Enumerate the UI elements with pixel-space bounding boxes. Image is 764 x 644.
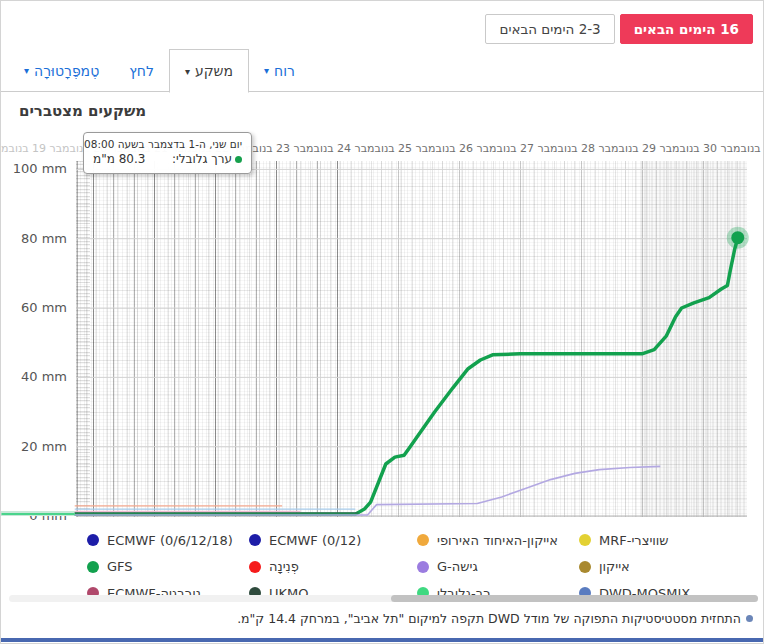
tooltip-value: 80.3 מ"מ <box>93 152 145 166</box>
legend-color-dot-icon <box>249 534 261 546</box>
x-axis-tick-label: 19 בנובמבר <box>32 142 90 155</box>
tab-label: רוח <box>274 63 295 79</box>
tab-temperature[interactable]: ▾טֶמפֶּרָטוּרָה <box>9 49 114 92</box>
x-axis-tick-label: 24 בנובמבר <box>337 142 395 155</box>
x-axis-tick-label: 29 בנובמבר <box>642 142 700 155</box>
legend-label: ECMWF (0/6/12/18) <box>107 533 233 548</box>
legend-color-dot-icon <box>417 534 429 546</box>
legend-item[interactable]: שוויצרי-MRF <box>579 533 764 548</box>
tab-label: לחץ <box>129 63 154 79</box>
tooltip-row: ערך גלובלי: 80.3 מ"מ <box>93 152 242 166</box>
x-axis-tick-label: 30 בנובמבר <box>703 142 761 155</box>
tab-label: משקע <box>195 63 233 79</box>
y-axis-tick-label: 100 mm <box>7 161 67 176</box>
next-2-3-days-button[interactable]: 2-3 הימים הבאים <box>485 14 614 44</box>
y-axis-tick-label: 20 mm <box>7 439 67 454</box>
tab-wind[interactable]: ▾רוח <box>249 49 310 92</box>
tab-label: טֶמפֶּרָטוּרָה <box>34 63 99 79</box>
tab-precipitation[interactable]: ▾משקע <box>169 49 249 93</box>
plot-dense-gridlines-left <box>76 161 356 517</box>
model-footnote: התחזית מסטטיסטיקות התפוקה של מודל DWD תק… <box>237 611 753 626</box>
chart-tooltip: יום שני, ה-1 בדצמבר בשעה 08:00 ערך גלובל… <box>83 132 252 174</box>
bottom-blue-bar <box>1 638 764 642</box>
legend-label: אייקון-האיחוד האירופי <box>437 533 558 548</box>
y-axis-tick-label: 80 mm <box>7 231 67 246</box>
legend-item[interactable]: אייקון-האיחוד האירופי <box>417 533 579 548</box>
legend-color-dot-icon <box>579 561 591 573</box>
chevron-down-icon: ▾ <box>24 65 29 76</box>
x-axis-tick-label: 25 בנובמבר <box>398 142 456 155</box>
tab-bar: ▾טֶמפֶּרָטוּרָהלחץ▾משקע▾רוח <box>1 49 764 92</box>
y-axis-tick-label: 40 mm <box>7 369 67 384</box>
tooltip-series-name: ערך גלובלי: <box>172 152 242 166</box>
plot-shaded-zone-right <box>641 161 747 517</box>
legend-item[interactable]: ECMWF (0/6/12/18) <box>87 533 249 548</box>
legend-label: GFS <box>107 559 133 574</box>
next-16-days-button[interactable]: 16 הימים הבאים <box>620 14 753 44</box>
page-title: משקעים מצטברים <box>19 102 146 120</box>
legend-label: פְנִינָה <box>269 559 299 574</box>
legend-label: אייקון <box>599 559 630 574</box>
tooltip-date: יום שני, ה-1 בדצמבר בשעה 08:00 <box>93 138 242 150</box>
legend-color-dot-icon <box>579 534 591 546</box>
chart-scrollbar-thumb[interactable] <box>391 595 758 602</box>
x-axis-tick-label: 18 בנובמבר <box>0 142 29 155</box>
legend-color-dot-icon <box>417 561 429 573</box>
legend-item[interactable]: גישה-G <box>417 559 579 574</box>
legend-item[interactable]: GFS <box>87 559 249 574</box>
legend-label: שוויצרי-MRF <box>599 533 669 548</box>
bullet-dot-icon <box>746 615 753 622</box>
legend-color-dot-icon <box>87 534 99 546</box>
chevron-down-icon: ▾ <box>264 65 269 76</box>
legend-color-dot-icon <box>87 561 99 573</box>
tabs: ▾טֶמפֶּרָטוּרָהלחץ▾משקע▾רוח <box>9 49 310 92</box>
forecast-chart-page: 16 הימים הבאים2-3 הימים הבאים ▾טֶמפֶּרָט… <box>0 0 764 644</box>
tab-pressure[interactable]: לחץ <box>114 49 169 92</box>
y-axis-tick-label: 60 mm <box>7 300 67 315</box>
legend-item[interactable]: ECMWF (0/12) <box>249 533 417 548</box>
x-axis-tick-label: 28 בנובמבר <box>581 142 639 155</box>
x-axis-tick-label: 23 בנובמבר <box>276 142 334 155</box>
x-axis-tick-label: 26 בנובמבר <box>459 142 517 155</box>
x-axis-tick-label: 27 בנובמבר <box>520 142 578 155</box>
chevron-down-icon: ▾ <box>185 66 190 77</box>
legend-item[interactable]: אייקון <box>579 559 764 574</box>
legend-label: ECMWF (0/12) <box>269 533 361 548</box>
baseline-series-gutter-band <box>1 511 76 516</box>
y-axis-minor-ticks <box>76 161 90 517</box>
footnote-text: התחזית מסטטיסטיקות התפוקה של מודל DWD תק… <box>237 611 741 626</box>
legend-label: גישה-G <box>437 559 478 574</box>
series-color-dot-icon <box>235 156 242 163</box>
legend-color-dot-icon <box>249 561 261 573</box>
legend-item[interactable]: פְנִינָה <box>249 559 417 574</box>
forecast-range-buttons: 16 הימים הבאים2-3 הימים הבאים <box>485 14 753 44</box>
